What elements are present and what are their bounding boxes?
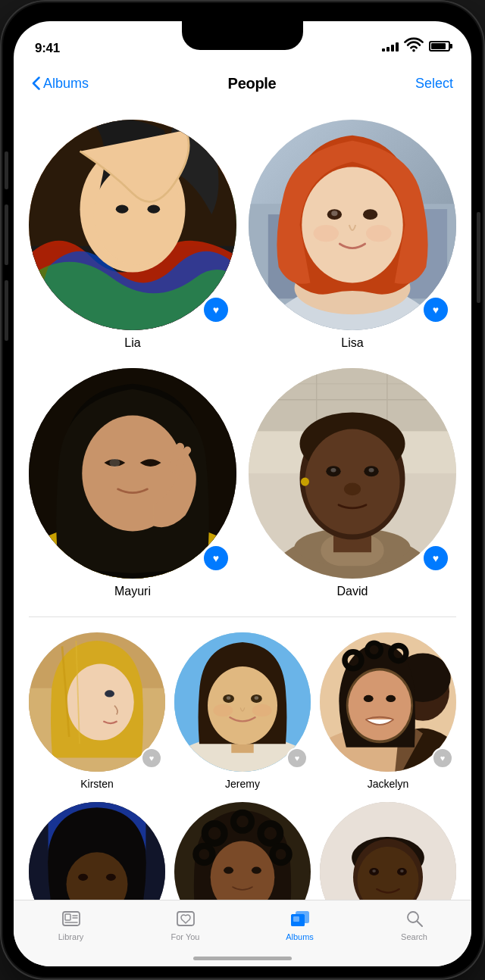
person-name-lisa: Lisa: [341, 336, 363, 350]
svg-point-37: [331, 468, 336, 473]
power-button: [477, 212, 480, 303]
home-indicator: [193, 957, 292, 960]
fav-badge-kirsten[interactable]: ♥: [141, 747, 162, 769]
page-title: People: [228, 75, 277, 92]
svg-point-40: [301, 478, 309, 486]
avatar-container-jackelyn: ♥: [320, 632, 456, 772]
featured-section: ♥ Lia: [14, 111, 471, 598]
person-item-lia[interactable]: ♥ Lia: [29, 120, 236, 350]
person-item-david[interactable]: ♥ David: [249, 368, 456, 598]
back-button[interactable]: Albums: [32, 76, 89, 92]
svg-point-39: [344, 483, 361, 496]
person-item-10[interactable]: ♥: [320, 802, 456, 900]
tab-search-label: Search: [401, 932, 427, 941]
svg-point-95: [400, 869, 404, 872]
person9-photo: [174, 802, 311, 900]
svg-point-53: [213, 704, 233, 717]
svg-point-4: [116, 205, 129, 214]
secondary-grid: ♥ Kirsten: [29, 632, 456, 900]
status-icons: [382, 36, 450, 56]
library-icon: [61, 908, 82, 929]
avatar-10: [320, 802, 456, 900]
mute-button: [5, 151, 8, 189]
svg-point-83: [224, 867, 233, 874]
fav-badge-lisa[interactable]: ♥: [421, 295, 450, 324]
tab-search[interactable]: Search: [357, 908, 471, 941]
svg-point-21: [109, 459, 120, 467]
avatar-container-10: ♥: [320, 802, 456, 900]
avatar-container-david: ♥: [249, 368, 456, 579]
secondary-section: ♥ Kirsten: [14, 632, 471, 900]
tab-albums[interactable]: Albums: [242, 908, 357, 941]
person-item-lisa[interactable]: ♥ Lisa: [249, 120, 456, 350]
phone-frame: 9:41: [0, 0, 485, 980]
svg-rect-105: [293, 916, 299, 922]
person-name-mayuri: Mayuri: [114, 585, 151, 598]
tab-for-you[interactable]: For You: [128, 908, 242, 941]
select-button[interactable]: Select: [415, 76, 453, 92]
svg-point-84: [252, 867, 261, 874]
svg-point-15: [314, 225, 339, 242]
fav-badge-jackelyn[interactable]: ♥: [432, 747, 453, 769]
avatar-container-mayuri: ♥: [29, 368, 236, 579]
svg-point-94: [372, 869, 376, 872]
back-label: Albums: [43, 76, 89, 92]
person-name-kirsten: Kirsten: [80, 778, 114, 790]
heart-icon-lisa: ♥: [433, 304, 439, 315]
for-you-icon: [175, 908, 196, 929]
heart-icon-lia: ♥: [213, 304, 219, 315]
avatar-container-8: ♥: [29, 802, 165, 900]
svg-point-16: [366, 225, 391, 242]
heart-icon-david: ♥: [433, 553, 439, 563]
notch: [182, 21, 303, 50]
avatar-container-kirsten: ♥: [29, 632, 165, 772]
person-item-9[interactable]: ♥: [174, 802, 311, 900]
svg-line-107: [417, 922, 422, 927]
avatar-9: [174, 802, 311, 900]
status-time: 9:41: [35, 41, 60, 56]
person-item-kirsten[interactable]: ♥ Kirsten: [29, 632, 165, 790]
fav-badge-mayuri[interactable]: ♥: [202, 544, 230, 573]
avatar-8: [29, 802, 165, 900]
tab-for-you-label: For You: [171, 932, 200, 941]
signal-strength-icon: [382, 41, 399, 51]
phone-screen: 9:41: [14, 21, 471, 966]
person-item-8[interactable]: ♥: [29, 802, 165, 900]
volume-down-button: [5, 280, 8, 341]
person-item-jackelyn[interactable]: ♥ Jackelyn: [320, 632, 456, 790]
fav-badge-lia[interactable]: ♥: [202, 295, 230, 324]
svg-point-54: [252, 704, 272, 717]
back-chevron-icon: [32, 76, 40, 90]
person8-photo: [29, 802, 165, 900]
person-name-lia: Lia: [124, 336, 140, 350]
svg-point-13: [363, 209, 377, 220]
avatar-container-lia: ♥: [29, 120, 236, 330]
person-name-jeremy: Jeremy: [225, 778, 260, 790]
fav-badge-david[interactable]: ♥: [421, 544, 450, 573]
svg-point-11: [302, 167, 402, 283]
tab-library-label: Library: [58, 932, 84, 941]
svg-point-44: [105, 690, 114, 697]
tab-albums-label: Albums: [286, 932, 314, 941]
avatar-container-9: ♥: [174, 802, 311, 900]
search-icon: [404, 908, 425, 929]
featured-grid: ♥ Lia: [29, 120, 456, 598]
svg-point-72: [78, 874, 88, 881]
albums-icon: [289, 908, 311, 929]
person-item-mayuri[interactable]: ♥ Mayuri: [29, 368, 236, 598]
nav-bar: Albums People Select: [14, 62, 471, 105]
tab-library[interactable]: Library: [14, 908, 128, 941]
svg-point-63: [349, 671, 411, 741]
fav-badge-jeremy[interactable]: ♥: [286, 747, 308, 769]
main-content: ♥ Lia: [14, 105, 471, 900]
svg-point-73: [106, 874, 116, 881]
svg-point-51: [227, 696, 231, 700]
heart-icon-jeremy: ♥: [295, 754, 300, 763]
svg-point-5: [147, 205, 160, 214]
svg-rect-97: [65, 914, 70, 920]
battery-fill: [431, 43, 446, 49]
heart-icon-jackelyn: ♥: [440, 754, 446, 763]
svg-point-34: [305, 429, 399, 535]
person-item-jeremy[interactable]: ♥ Jeremy: [174, 632, 311, 790]
svg-point-52: [255, 696, 259, 700]
